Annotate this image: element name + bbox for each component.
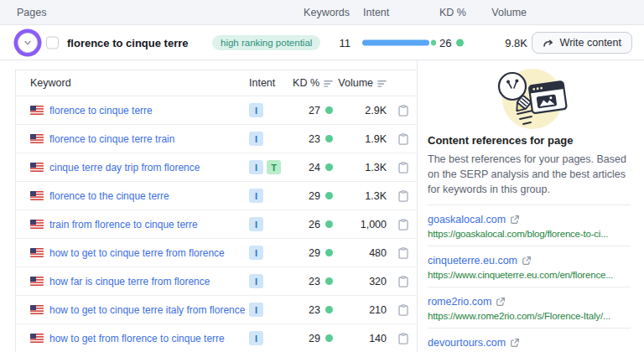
clipboard-copy-icon [398, 219, 408, 230]
kd-cell: 23 [291, 133, 333, 145]
reference-url: https://www.cinqueterre.eu.com/en/floren… [428, 270, 631, 280]
expand-collapse-button[interactable] [18, 33, 38, 53]
intent-badge-i: I [249, 160, 263, 174]
column-header-volume: Volume [470, 7, 527, 18]
keyword-table-row: how to get to cinque terre from florence… [16, 239, 417, 267]
page-group-row: florence to cinque terre high ranking po… [0, 25, 644, 60]
keywords-count: 11 [323, 36, 351, 49]
us-flag-icon [30, 277, 44, 286]
copy-keyword-button[interactable] [398, 105, 408, 116]
copy-keyword-button[interactable] [398, 133, 408, 145]
intent-badge-i: I [249, 274, 263, 288]
sort-icon [324, 79, 333, 88]
redo-arrow-icon [543, 37, 554, 49]
sort-icon [377, 79, 387, 88]
intent-badges: I [249, 331, 291, 345]
bulb-browser-illustration [428, 65, 631, 132]
keyword-cell: how to get to cinque terre italy from fl… [30, 304, 249, 316]
keyword-table-row: florence to cinque terre I 27 2.9K [16, 96, 417, 125]
copy-keyword-button[interactable] [398, 304, 408, 316]
external-link-icon [510, 215, 520, 225]
reference-item: cinqueterre.eu.com https://www.cinqueter… [428, 246, 631, 287]
copy-keyword-button[interactable] [398, 162, 408, 173]
volume-cell: 1,000 [333, 219, 387, 230]
keyword-table-header: Keyword Intent KD % Volume [16, 70, 417, 96]
keyword-link[interactable]: how to get to cinque terre italy from fl… [49, 304, 245, 316]
intent-badges: I [249, 303, 291, 317]
page-row-checkbox[interactable] [46, 36, 59, 49]
clipboard-copy-icon [398, 190, 408, 202]
volume-cell: 480 [333, 247, 387, 259]
clipboard-copy-icon [398, 276, 408, 287]
keyword-rows: florence to cinque terre I 27 2.9K [16, 96, 417, 352]
keyword-link[interactable]: cinque terre day trip from florence [49, 162, 200, 173]
kd-cell: 24 [291, 162, 333, 173]
clipboard-copy-icon [398, 333, 408, 344]
keyword-table-row: how far is cinque terre from florence I … [16, 267, 417, 296]
us-flag-icon [30, 134, 44, 143]
intent-badge-i: I [249, 132, 263, 146]
kd-difficulty-dot [325, 334, 333, 342]
keyword-link[interactable]: florence to the cinque terre [49, 190, 169, 202]
keyword-link[interactable]: florence to cinque terre train [49, 133, 174, 145]
intent-badges: I [249, 217, 291, 231]
th-volume[interactable]: Volume [333, 77, 387, 89]
kd-difficulty-dot [456, 39, 464, 46]
kd-difficulty-dot [325, 220, 333, 228]
keyword-link[interactable]: how to get from florence to cinque terre [49, 333, 225, 344]
keyword-link[interactable]: how to get to cinque terre from florence [49, 247, 225, 259]
keyword-link[interactable]: train from florence to cinque terre [49, 219, 198, 230]
kd-cell: 27 [291, 105, 333, 116]
copy-keyword-button[interactable] [398, 276, 408, 287]
kd-difficulty-dot [325, 249, 333, 256]
copy-keyword-button[interactable] [398, 219, 408, 230]
keyword-cell: train from florence to cinque terre [30, 219, 249, 230]
reference-domain-link[interactable]: cinqueterre.eu.com [428, 255, 532, 267]
kd-difficulty-dot [325, 106, 333, 114]
copy-keyword-button[interactable] [398, 333, 408, 344]
reference-domain-link[interactable]: rome2rio.com [428, 296, 506, 308]
keyword-cell: how far is cinque terre from florence [30, 276, 249, 287]
us-flag-icon [30, 334, 44, 343]
volume-cell: 140 [333, 333, 387, 344]
keyword-cell: florence to cinque terre [30, 105, 249, 116]
intent-badges: IT [249, 160, 291, 174]
kd-cell: 26 [291, 219, 333, 230]
column-header-kd: KD % [439, 7, 466, 18]
intent-badges: I [249, 189, 291, 203]
chevron-down-icon [23, 38, 33, 48]
clipboard-copy-icon [398, 133, 408, 145]
keyword-table-row: train from florence to cinque terre I 26… [16, 210, 417, 239]
intent-badge-i: I [249, 303, 263, 317]
kd-difficulty-dot [325, 135, 333, 142]
us-flag-icon [30, 220, 44, 229]
intent-badge-i: I [249, 246, 263, 260]
copy-keyword-button[interactable] [398, 190, 408, 202]
us-flag-icon [30, 248, 44, 257]
reference-item: devourtours.com https://devourtours.com/… [428, 328, 631, 352]
us-flag-icon [30, 106, 44, 115]
column-header-intent: Intent [363, 7, 389, 18]
reference-domain-link[interactable]: devourtours.com [428, 337, 520, 349]
intent-distribution-bar [362, 39, 436, 45]
kd-cell: 23 [291, 276, 333, 287]
copy-keyword-button[interactable] [398, 247, 408, 259]
th-kd[interactable]: KD % [291, 77, 333, 89]
volume-cell: 1.9K [333, 133, 387, 145]
column-header-keywords: Keywords [289, 7, 350, 18]
volume-cell: 210 [333, 304, 387, 316]
keyword-link[interactable]: how far is cinque terre from florence [49, 276, 210, 287]
clipboard-copy-icon [398, 162, 408, 173]
kd-difficulty-dot [325, 306, 333, 313]
intent-badges: I [249, 103, 291, 117]
kd-difficulty-dot [325, 277, 333, 285]
keyword-cell: cinque terre day trip from florence [30, 162, 249, 173]
kd-cell: 29 [291, 333, 333, 344]
keyword-cell: how to get to cinque terre from florence [30, 247, 249, 259]
keyword-link[interactable]: florence to cinque terre [49, 105, 153, 116]
kd-difficulty-dot [325, 163, 333, 171]
reference-url: https://goaskalocal.com/blog/florence-to… [428, 229, 631, 239]
write-content-button[interactable]: Write content [532, 32, 632, 54]
reference-domain-link[interactable]: goaskalocal.com [428, 214, 520, 225]
volume-cell: 2.9K [333, 105, 387, 116]
